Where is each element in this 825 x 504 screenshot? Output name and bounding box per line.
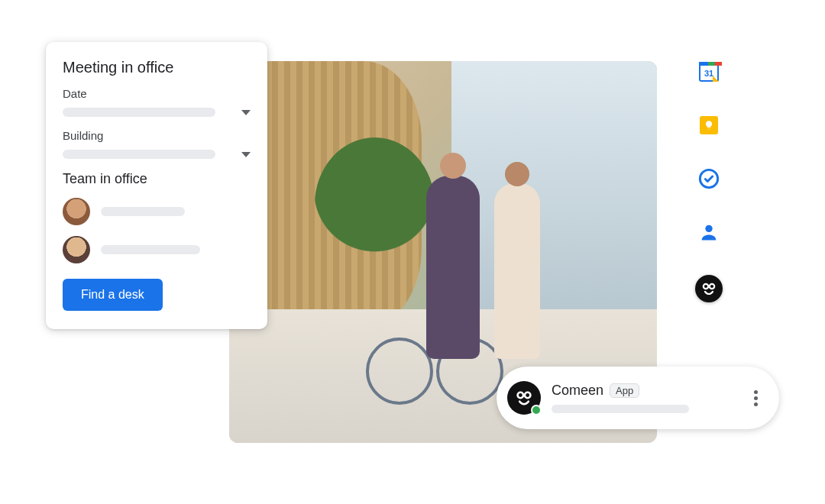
- date-value-placeholder: [63, 108, 215, 117]
- member-name-placeholder: [101, 245, 200, 254]
- svg-point-3: [710, 284, 714, 289]
- chevron-down-icon: [241, 152, 251, 157]
- keep-icon[interactable]: [698, 115, 720, 136]
- svg-point-1: [705, 225, 712, 232]
- comeen-icon: [507, 381, 541, 415]
- date-label: Date: [63, 87, 251, 100]
- calendar-icon[interactable]: 31: [698, 61, 720, 82]
- building-value-placeholder: [63, 150, 215, 159]
- team-member-row: [63, 236, 251, 263]
- team-member-row: [63, 198, 251, 225]
- svg-point-4: [518, 393, 523, 398]
- find-desk-button[interactable]: Find a desk: [63, 279, 163, 311]
- building-select[interactable]: [63, 150, 251, 159]
- contacts-icon[interactable]: [698, 221, 720, 243]
- building-label: Building: [63, 129, 251, 142]
- more-options-button[interactable]: [749, 386, 762, 411]
- app-chip-body: Comeen App: [552, 383, 739, 413]
- svg-point-5: [525, 393, 530, 398]
- team-title: Team in office: [63, 171, 251, 187]
- side-panel-rail: 31: [692, 61, 726, 302]
- svg-point-2: [704, 284, 708, 289]
- avatar: [63, 236, 90, 263]
- date-select[interactable]: [63, 108, 251, 117]
- member-name-placeholder: [101, 207, 185, 216]
- message-preview-placeholder: [552, 405, 689, 413]
- comeen-icon[interactable]: [695, 275, 723, 302]
- avatar: [63, 198, 90, 225]
- card-title: Meeting in office: [63, 59, 251, 76]
- chevron-down-icon: [241, 110, 251, 115]
- meeting-form-card: Meeting in office Date Building Team in …: [46, 42, 267, 329]
- app-badge: App: [610, 383, 639, 398]
- presence-online-dot: [531, 405, 542, 415]
- app-name: Comeen: [552, 383, 603, 399]
- tasks-icon[interactable]: [698, 168, 720, 189]
- app-chip[interactable]: Comeen App: [497, 367, 779, 429]
